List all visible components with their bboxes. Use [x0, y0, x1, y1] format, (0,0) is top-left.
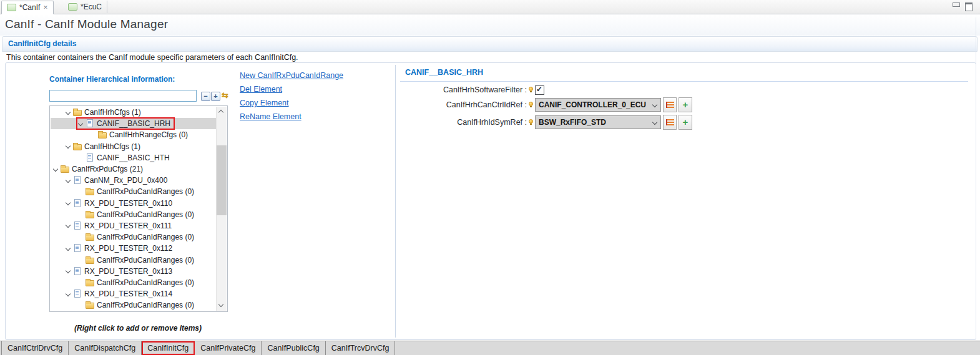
chevron-down-icon: [652, 120, 657, 125]
tree-item-label: CanIfHrhRangeCfgs (0): [109, 130, 188, 139]
action-link-rename-element[interactable]: ReName Element: [240, 112, 343, 126]
chevron-down-icon[interactable]: [77, 120, 85, 128]
tree-row-content: RX_PDU_TESTER_0x110: [64, 198, 175, 209]
tree-item-label: RX_PDU_TESTER_0x113: [84, 267, 172, 276]
tree-item[interactable]: CanIfRxPduCanIdRanges (0): [51, 299, 217, 311]
chevron-down-icon[interactable]: [64, 142, 72, 150]
tree-item-label: CanIfHthCfgs (1): [84, 142, 140, 151]
editor-tab-ecuc[interactable]: *EcuC: [63, 1, 107, 13]
editor-form-icon: [7, 4, 16, 11]
field-label: CanIfHrhIdSymRef :: [400, 118, 527, 127]
tree-row-content: CanIfRxPduCanIdRanges (0): [77, 209, 197, 220]
tree-item[interactable]: RX_PDU_TESTER_0x110: [51, 198, 217, 209]
tree-item[interactable]: CanIfRxPduCanIdRanges (0): [51, 186, 217, 197]
chevron-down-icon[interactable]: [64, 199, 72, 207]
chevron-placeholder: [77, 210, 85, 218]
tree-item[interactable]: CanIfHthCfgs (1): [51, 141, 217, 152]
folder-icon: [85, 233, 95, 241]
document-icon: [72, 176, 82, 185]
add-reference-button[interactable]: +: [679, 115, 692, 130]
tree-indent: [51, 203, 64, 203]
bottom-tab-canifinitcfg[interactable]: CanIfInitCfg: [142, 341, 195, 355]
tree-item[interactable]: CANIF__BASIC_HTH: [51, 152, 217, 163]
hrh-softwarefilter-checkbox[interactable]: [535, 85, 544, 95]
bottom-tab-canifdispatchcfg[interactable]: CanIfDispatchCfg: [69, 341, 142, 355]
editor-tab-canif[interactable]: *CanIf ✕: [1, 1, 54, 14]
tree-item[interactable]: RX_PDU_TESTER_0x114: [51, 288, 217, 299]
tree-item[interactable]: CanIfRxPduCanIdRanges (0): [51, 231, 217, 243]
scroll-down-icon[interactable]: [218, 302, 225, 309]
tree-indent: [51, 124, 77, 124]
tree-item[interactable]: CanIfHrhRangeCfgs (0): [51, 129, 217, 140]
maximize-icon[interactable]: [965, 2, 973, 11]
tree-item[interactable]: CanNM_Rx_PDU_0x400: [51, 175, 217, 186]
chevron-down-icon[interactable]: [64, 290, 72, 298]
folder-icon: [85, 256, 95, 265]
tree-item[interactable]: RX_PDU_TESTER_0x113: [51, 266, 217, 277]
editor-tab-label: *CanIf: [19, 3, 40, 12]
reference-list-button[interactable]: [663, 115, 677, 130]
folder-icon: [85, 278, 95, 287]
tree-indent: [51, 260, 77, 260]
dropdown-value: CANIF_CONTROLLER_0_ECU: [536, 100, 646, 109]
action-link-del-element[interactable]: Del Element: [240, 85, 343, 99]
folder-icon: [85, 301, 95, 309]
tree-indent: [51, 112, 64, 113]
chevron-placeholder: [77, 278, 85, 286]
field-label: CanIfHrhSoftwareFilter :: [400, 85, 527, 94]
document-icon: [72, 199, 82, 208]
tree-row-content: CanIfRxPduCanIdRanges (0): [77, 277, 197, 288]
chevron-down-icon[interactable]: [64, 109, 72, 117]
add-reference-button[interactable]: +: [679, 97, 692, 112]
chevron-down-icon[interactable]: [64, 177, 72, 185]
document-icon: [72, 221, 82, 230]
document-icon: [72, 267, 82, 276]
field-row-canctrlidref: CanIfHrhCanCtrlIdRef : CANIF_CONTROLLER_…: [400, 97, 692, 112]
tree-item[interactable]: CanIfHrhCfgs (1): [51, 107, 217, 118]
link-with-editor-icon[interactable]: ⇆: [222, 90, 228, 100]
lightbulb-icon: [529, 119, 534, 125]
tree-item[interactable]: RX_PDU_TESTER_0x112: [51, 243, 217, 254]
tree-row-content: CanIfRxPduCanIdRanges (0): [77, 186, 197, 197]
reference-list-button[interactable]: [663, 97, 677, 112]
hrh-canctrlidref-dropdown[interactable]: CANIF_CONTROLLER_0_ECU: [535, 98, 661, 112]
tree-item[interactable]: CanIfRxPduCanIdRanges (0): [51, 254, 217, 265]
tree-item-label: CanNM_Rx_PDU_0x400: [84, 176, 167, 185]
bottom-tab-canifprivatecfg[interactable]: CanIfPrivateCfg: [195, 341, 262, 355]
tree-item[interactable]: CANIF__BASIC_HRH: [51, 118, 217, 129]
bottom-tab-caniftrcvdrvcfg[interactable]: CanIfTrcvDrvCfg: [326, 341, 396, 355]
tree-item[interactable]: CanIfRxPduCanIdRanges (0): [51, 277, 217, 288]
close-icon[interactable]: ✕: [43, 5, 48, 11]
collapse-all-icon[interactable]: −: [201, 92, 210, 101]
minimize-icon[interactable]: [953, 2, 960, 7]
lightbulb-icon: [529, 102, 534, 108]
chevron-down-icon[interactable]: [64, 221, 72, 230]
expand-all-icon[interactable]: +: [211, 92, 220, 101]
tree-panel-title: Container Hierarchical information:: [49, 75, 175, 84]
chevron-down-icon[interactable]: [64, 267, 72, 275]
tree-row-content: CanIfRxPduCanIdRanges (0): [77, 231, 197, 243]
tree-filter-input[interactable]: [49, 90, 197, 102]
hrh-idsymref-dropdown[interactable]: BSW_RxFIFO_STD: [535, 115, 661, 129]
action-link-new-canifrxpducanidrange[interactable]: New CanIfRxPduCanIdRange: [240, 71, 343, 85]
scrollbar-thumb[interactable]: [217, 145, 227, 215]
folder-icon: [72, 142, 82, 151]
chevron-down-icon[interactable]: [64, 245, 72, 253]
scroll-up-icon[interactable]: [218, 109, 225, 115]
section-title: CanIfInitCfg details: [2, 37, 76, 48]
details-title-rule: [400, 81, 968, 82]
action-link-copy-element[interactable]: Copy Element: [240, 99, 343, 112]
editor-tab-strip: *CanIf ✕ *EcuC: [0, 0, 980, 14]
chevron-down-icon[interactable]: [52, 165, 60, 173]
bottom-tab-canifpubliccfg[interactable]: CanIfPublicCfg: [262, 341, 325, 355]
tree-item[interactable]: RX_PDU_TESTER_0x111: [51, 220, 217, 231]
tree-item[interactable]: CanIfRxPduCanIdRanges (0): [51, 209, 217, 220]
tree-item[interactable]: CanIfRxPduCfgs (21): [51, 163, 217, 175]
document-icon: [72, 244, 82, 253]
tree-row-content: CanIfHthCfgs (1): [64, 141, 143, 152]
action-links: New CanIfRxPduCanIdRangeDel ElementCopy …: [240, 71, 343, 126]
bottom-tab-canifctrldrvcfg[interactable]: CanIfCtrlDrvCfg: [1, 341, 69, 355]
tree-indent: [51, 146, 64, 147]
tree-indent: [51, 180, 64, 181]
folder-icon: [72, 108, 82, 117]
